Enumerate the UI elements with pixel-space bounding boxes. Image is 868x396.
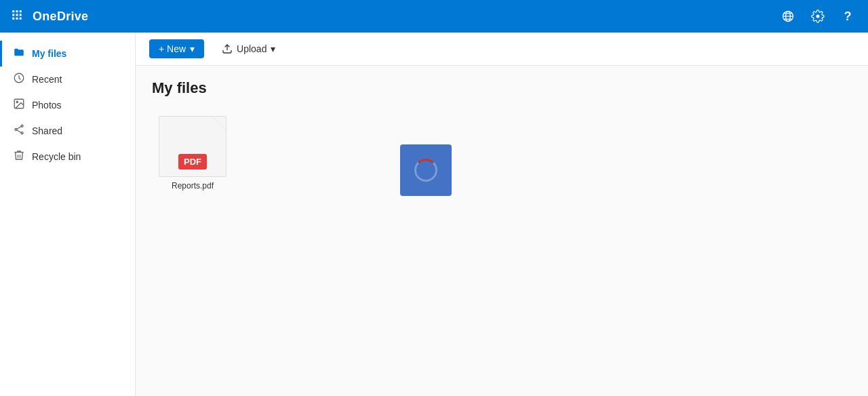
app-logo: OneDrive: [33, 9, 88, 24]
file-name: Reports.pdf: [172, 181, 214, 191]
svg-rect-8: [20, 17, 22, 19]
sidebar-item-label: My files: [32, 48, 66, 59]
sidebar-item-label: Recycle bin: [32, 151, 81, 162]
photo-icon: [13, 98, 25, 113]
upload-button[interactable]: Upload ▾: [212, 39, 285, 58]
trash-icon: [13, 149, 25, 164]
topbar: OneDrive ?: [0, 0, 868, 33]
new-chevron: ▾: [190, 43, 195, 54]
svg-point-18: [15, 129, 17, 131]
loading-card: [400, 144, 452, 196]
upload-icon: [222, 43, 233, 54]
svg-line-21: [17, 130, 21, 133]
svg-point-19: [21, 132, 23, 134]
new-button-label: + New: [159, 43, 186, 54]
page-title: My files: [152, 79, 852, 97]
new-button[interactable]: + New ▾: [149, 39, 204, 58]
sidebar-item-label: Shared: [32, 125, 62, 136]
share-icon: [13, 123, 25, 138]
main-content: + New ▾ Upload ▾ My files: [136, 33, 868, 396]
loading-spinner: [414, 159, 437, 182]
sidebar-item-label: Recent: [32, 74, 62, 85]
svg-rect-4: [16, 14, 18, 16]
file-corner-fold: [212, 117, 226, 130]
files-grid: PDF Reports.pdf: [152, 111, 852, 196]
svg-rect-6: [12, 17, 14, 19]
file-card-reports[interactable]: PDF Reports.pdf: [152, 111, 233, 196]
svg-rect-7: [16, 17, 18, 19]
folder-icon: [13, 46, 25, 61]
svg-point-16: [16, 101, 18, 102]
svg-rect-3: [12, 14, 14, 16]
clock-icon: [13, 72, 25, 87]
sidebar-item-recycle-bin[interactable]: Recycle bin: [0, 144, 135, 170]
sidebar-item-shared[interactable]: Shared: [0, 118, 135, 144]
svg-point-17: [21, 125, 23, 127]
sidebar-item-label: Photos: [32, 100, 62, 111]
waffle-icon[interactable]: [8, 6, 26, 27]
sidebar-item-my-files[interactable]: My files: [0, 41, 135, 66]
upload-chevron: ▾: [271, 43, 275, 54]
upload-button-label: Upload: [237, 43, 267, 54]
settings-icon[interactable]: [806, 4, 830, 28]
svg-rect-1: [16, 10, 18, 12]
sidebar-item-photos[interactable]: Photos: [0, 92, 135, 118]
svg-rect-2: [20, 10, 22, 12]
topbar-right: ?: [776, 4, 860, 28]
svg-line-20: [17, 127, 21, 130]
content-area: My files PDF Reports.pdf: [136, 66, 868, 210]
toolbar: + New ▾ Upload ▾: [136, 33, 868, 66]
file-thumbnail: PDF: [159, 116, 226, 177]
sidebar-item-recent[interactable]: Recent: [0, 66, 135, 92]
main-layout: My files Recent Photos: [0, 33, 868, 396]
globe-icon[interactable]: [776, 4, 800, 28]
sidebar: My files Recent Photos: [0, 33, 136, 396]
svg-rect-0: [12, 10, 14, 12]
help-icon[interactable]: ?: [835, 4, 860, 28]
pdf-badge: PDF: [178, 154, 207, 170]
svg-rect-5: [20, 14, 22, 16]
